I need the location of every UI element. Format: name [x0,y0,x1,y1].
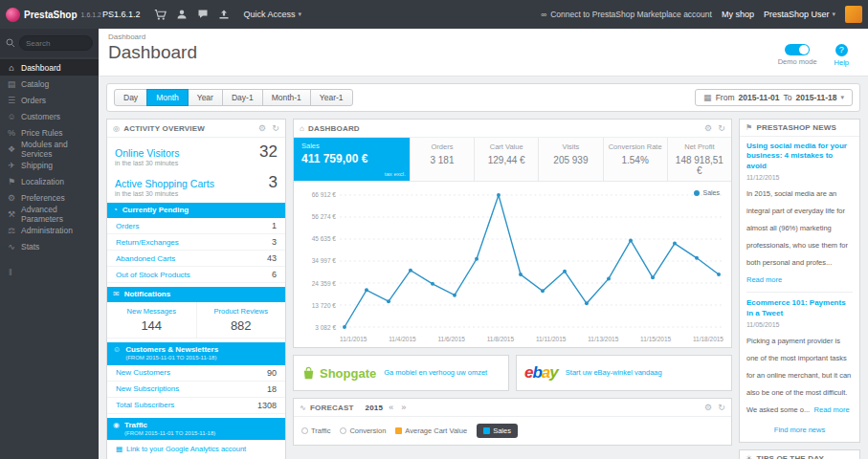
filter-day-button[interactable]: Day [114,89,147,106]
messages-icon[interactable] [192,9,213,20]
gear-icon[interactable]: ⚙ [704,123,712,133]
avatar[interactable] [845,6,862,23]
refresh-icon[interactable]: ↻ [718,403,725,412]
sidebar-item-dashboard[interactable]: ⌂ Dashboard [0,59,99,76]
forecast-legend-conversion[interactable]: Conversion [340,426,386,435]
caret-down-icon: ▾ [299,11,302,18]
shopgate-link[interactable]: Ga mobiel en verhoog uw omzet [384,368,487,378]
total-subscribers-link[interactable]: Total Subscribers [116,401,174,409]
abandoned-carts-link[interactable]: Abandoned Carts [116,254,175,263]
gear-icon[interactable]: ⚙ [704,403,712,412]
x-tick: 11/6/2015 [437,336,464,342]
forecast-legend-traffic-label: Traffic [311,426,330,435]
news-article: Using social media for your business: 4 … [746,142,853,293]
marketplace-link[interactable]: ∞ Connect to PrestaShop Marketplace acco… [541,10,712,19]
kpi-cart-value-value: 129,44 € [479,155,534,165]
filter-day-1-button[interactable]: Day-1 [222,89,263,106]
new-customers-link[interactable]: New Customers [116,368,170,377]
forecast-legend-traffic[interactable]: Traffic [301,426,330,435]
forecast-panel-header: ∿ FORECAST 2015 « » ⚙ ↻ [294,399,731,417]
help-control[interactable]: ? Help [835,44,849,67]
topbar: PrestaShop 1.6.1.2 PS1.6.1.2 Quick Acces… [0,0,868,29]
sidebar-collapse-button[interactable]: ‖ [0,268,99,277]
new-messages-link[interactable]: New Messages [109,307,194,316]
sidebar-item-catalog[interactable]: ▤ Catalog [0,76,99,92]
chart-legend-sales[interactable]: Sales [694,189,720,196]
google-analytics-link[interactable]: ▦ Link to your Google Analytics account [116,445,277,453]
forecast-next-button[interactable]: » [399,403,408,412]
forecast-legend-average-cart-value[interactable]: Average Cart Value [395,426,467,435]
filter-year-1-button[interactable]: Year-1 [310,89,353,106]
forecast-year[interactable]: 2015 [366,404,384,412]
sidebar-item-advanced-parameters[interactable]: ⚒ Advanced Parameters [0,206,99,222]
sidebar-item-administration[interactable]: ⚖ Administration [0,222,99,238]
customers-topbar-icon[interactable] [171,9,192,20]
news-article-title[interactable]: Ecommerce 101: Payments in a Tweet [746,298,853,318]
kpi-visits[interactable]: Visits 205 939 [539,138,603,181]
sidebar-item-orders[interactable]: ☰ Orders [0,92,99,108]
forecast-prev-button[interactable]: « [387,403,395,412]
read-more-link[interactable]: Read more [746,275,782,284]
pending-returns-value: 3 [272,237,277,247]
sidebar-item-localization[interactable]: ⚑ Localization [0,173,99,189]
prestashop-logo[interactable]: PrestaShop 1.6.1.2 [0,8,99,22]
kpi-cart-value[interactable]: Cart Value 129,44 € [475,138,539,181]
sidebar-item-stats[interactable]: ∿ Stats [0,238,99,254]
advanced-parameters-icon: ⚒ [7,209,16,219]
online-visitors-metric: Online Visitors 32 in the last 30 minute… [107,138,285,168]
user-menu[interactable]: PrestaShop User ▾ [764,10,835,19]
prestashop-logo-icon [6,8,20,22]
activity-icon: ◎ [113,124,120,133]
gear-icon[interactable]: ⚙ [258,123,266,133]
my-shop-link[interactable]: My shop [722,10,754,19]
sidebar-nav: ⌂ Dashboard ▤ Catalog ☰ Orders ☺ Custome… [0,59,99,254]
news-article-title[interactable]: Using social media for your business: 4 … [746,142,853,171]
page-head: Dashboard Dashboard Demo mode ? Help [99,29,868,76]
active-carts-metric: Active Shopping Carts 3 in the last 30 m… [107,168,285,199]
sidebar-item-modules[interactable]: ❖ Modules and Services [0,141,99,157]
traffic-section-header: ◉ Traffic (FROM 2015-11-01 TO 2015-11-18… [107,418,285,441]
pending-returns-link[interactable]: Return/Exchanges [116,238,179,247]
filter-month-1-button[interactable]: Month-1 [262,89,311,106]
quick-access-menu[interactable]: Quick Access ▾ [244,10,302,19]
refresh-icon[interactable]: ↻ [718,123,725,133]
notifications-section-header: ✉ Notifications [107,287,285,302]
read-more-link[interactable]: Read more [814,405,850,414]
forecast-panel: ∿ FORECAST 2015 « » ⚙ ↻ Traffic [293,398,732,446]
refresh-icon[interactable]: ↻ [272,123,279,133]
kpi-conversion-rate[interactable]: Conversion Rate 1.54% [604,138,668,181]
find-more-news-link[interactable]: Find more news [746,424,853,439]
sidebar-item-customers[interactable]: ☺ Customers [0,108,99,124]
cart-icon[interactable] [150,9,171,21]
sidebar-search [0,29,99,57]
sidebar-item-price-rules[interactable]: % Price Rules [0,124,99,141]
product-reviews-link[interactable]: Product Reviews [199,307,284,316]
out-of-stock-link[interactable]: Out of Stock Products [116,271,190,279]
kpi-orders[interactable]: Orders 3 181 [411,138,475,181]
ebay-link[interactable]: Start uw eBay-winkel vandaag [566,368,662,378]
demo-mode-toggle[interactable] [785,44,810,55]
sidebar-item-preferences[interactable]: ⚙ Preferences [0,189,99,206]
online-visitors-link[interactable]: Online Visitors [115,147,180,159]
pending-orders-link[interactable]: Orders [116,222,139,230]
user-menu-label: PrestaShop User [764,10,830,19]
sidebar-item-label: Modules and Services [21,140,92,159]
ebay-letter: y [549,363,557,382]
demo-mode-control: Demo mode [778,44,817,67]
kpi-sales[interactable]: Sales 411 759,00 € tax excl. [294,138,411,181]
x-tick: 11/15/2015 [640,336,671,342]
notifications-title: Notifications [124,290,170,299]
active-carts-link[interactable]: Active Shopping Carts [115,178,214,189]
search-input[interactable] [19,35,93,51]
date-range-picker[interactable]: ▦ From 2015-11-01 To 2015-11-18 ▾ [695,89,853,106]
forecast-legend-sales[interactable]: Sales [477,424,518,438]
y-tick: 45 635 € [301,235,336,242]
filter-year-button[interactable]: Year [188,89,223,106]
upload-icon[interactable] [213,9,234,20]
filter-month-button[interactable]: Month [146,89,189,106]
new-subscriptions-link[interactable]: New Subscriptions [116,384,179,393]
kpi-net-profit[interactable]: Net Profit 148 918,51 € [668,138,731,181]
link-icon: ∞ [541,10,546,19]
activity-overview-header: ◎ ACTIVITY OVERVIEW ⚙ ↻ [107,120,285,138]
sidebar-item-shipping[interactable]: ✈ Shipping [0,157,99,173]
